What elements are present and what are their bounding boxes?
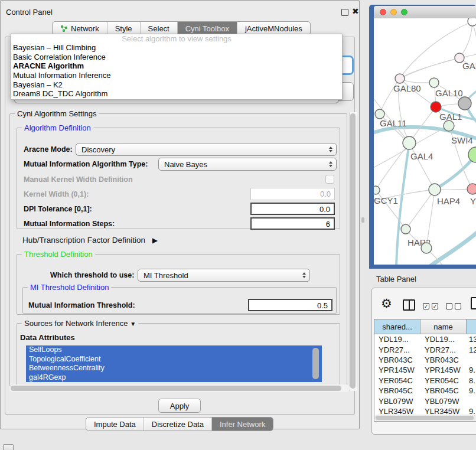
network-node-y[interactable] bbox=[467, 184, 476, 194]
dpi-tolerance-field[interactable]: 0.0 bbox=[250, 203, 335, 215]
page-icon[interactable] bbox=[471, 297, 476, 309]
checked-box-icon[interactable]: ✓ bbox=[423, 303, 429, 309]
table-cell: YBL079W bbox=[420, 397, 467, 406]
apply-button[interactable]: Apply bbox=[158, 399, 201, 413]
table-cell: YBR043C bbox=[374, 356, 420, 364]
table-row[interactable]: YER054CYER054C8. bbox=[374, 376, 476, 386]
network-node[interactable] bbox=[458, 97, 471, 110]
network-node-hap4[interactable] bbox=[429, 184, 441, 195]
tab-impute-data[interactable]: Impute Data bbox=[86, 418, 144, 431]
column-header-shared-name[interactable]: shared... bbox=[374, 319, 420, 334]
tab-label: Discretize Data bbox=[152, 420, 204, 429]
group-legend: Threshold Definition bbox=[22, 250, 95, 259]
table-cell: YPR145W bbox=[374, 366, 420, 374]
node-label: GAL bbox=[462, 61, 476, 71]
manual-kernel-checkbox[interactable] bbox=[325, 175, 334, 184]
tab-jactivemnodules[interactable]: jActiveMNodules bbox=[237, 22, 310, 35]
attribute-item[interactable]: SelfLoops bbox=[26, 345, 322, 355]
table-row[interactable]: YBL079WYBL079W bbox=[374, 396, 476, 406]
combobox-value: MI Threshold bbox=[144, 271, 188, 280]
algorithm-option[interactable]: Dream8 DC_TDC Algorithm bbox=[11, 89, 342, 99]
node-label: GAL10 bbox=[435, 88, 463, 98]
split-pane-handle[interactable] bbox=[361, 217, 364, 223]
mi-steps-label: Mutual Information Steps: bbox=[24, 220, 115, 228]
settings-horizontal-scrollbar-thumb[interactable] bbox=[11, 386, 341, 391]
algorithm-option[interactable]: Mutual Information Inference bbox=[11, 71, 342, 80]
tab-label: Infer Network bbox=[220, 420, 265, 429]
close-icon[interactable]: ✖ bbox=[352, 6, 359, 16]
close-traffic-light[interactable] bbox=[380, 9, 386, 15]
table-horizontal-scrollbar-thumb[interactable] bbox=[376, 416, 474, 420]
algorithm-option[interactable]: Bayesian – Hill Climbing bbox=[11, 43, 342, 53]
attribute-item[interactable]: TopologicalCoefficient bbox=[26, 355, 322, 364]
attribute-item[interactable]: gal4RGexp bbox=[26, 373, 322, 383]
table-row[interactable]: YDL19...YDL19...13 bbox=[374, 334, 476, 344]
table-row[interactable]: YBR043CYBR043C bbox=[374, 355, 476, 365]
network-node-gal80[interactable] bbox=[395, 74, 405, 83]
unchecked-box-icon[interactable] bbox=[455, 303, 461, 309]
table-cell: YER054C bbox=[420, 376, 467, 385]
table-cell: 12 bbox=[467, 345, 476, 354]
network-node-hap2[interactable] bbox=[401, 224, 410, 234]
table-cell: YBR045C bbox=[374, 386, 420, 395]
network-node[interactable] bbox=[421, 243, 432, 253]
hub-section-toggle[interactable]: Hub/Transcription Factor Definition ▶ bbox=[22, 236, 158, 244]
combo-arrows-icon bbox=[302, 269, 306, 281]
checked-box-icon[interactable]: ✓ bbox=[432, 303, 438, 309]
float-window-icon[interactable] bbox=[341, 9, 348, 16]
network-node-gal11[interactable] bbox=[375, 109, 384, 119]
mi-steps-field[interactable]: 6 bbox=[250, 217, 335, 230]
network-canvas[interactable]: GALGAL80GAL10GAL1GAL11SWI4GAL4GCY1HAP4YH… bbox=[374, 18, 476, 265]
node-label: Y bbox=[470, 196, 476, 206]
zoom-traffic-light[interactable] bbox=[401, 9, 407, 15]
tab-discretize-data[interactable]: Discretize Data bbox=[144, 418, 212, 431]
unchecked-box-icon[interactable] bbox=[446, 303, 452, 309]
tab-label: Network bbox=[71, 24, 99, 33]
which-threshold-label: Which threshold to use: bbox=[50, 271, 134, 279]
tab-select[interactable]: Select bbox=[141, 22, 178, 35]
network-window-titlebar[interactable] bbox=[374, 6, 476, 19]
minimized-panel-icon[interactable] bbox=[3, 444, 14, 450]
tab-cyni-toolbox[interactable]: Cyni Toolbox bbox=[178, 22, 237, 35]
dpi-tolerance-label: DPI Tolerance [0,1]: bbox=[24, 205, 92, 213]
network-node[interactable] bbox=[468, 18, 476, 26]
network-node[interactable] bbox=[468, 147, 476, 162]
aracne-mode-combobox[interactable]: Discovery bbox=[76, 143, 337, 156]
node-label: GAL1 bbox=[439, 112, 462, 122]
tab-style[interactable]: Style bbox=[107, 22, 141, 35]
table-row[interactable]: YDR27...YDR27...12 bbox=[374, 344, 476, 354]
table-row[interactable]: YBR045CYBR045C9. bbox=[374, 386, 476, 396]
network-node-swi4[interactable] bbox=[444, 120, 454, 131]
hub-section-label: Hub/Transcription Factor Definition bbox=[22, 236, 145, 244]
network-node-gcy1[interactable] bbox=[374, 186, 380, 194]
kernel-width-field[interactable]: 0.0 bbox=[250, 188, 335, 200]
mi-threshold-field[interactable]: 0.5 bbox=[248, 299, 332, 311]
algorithm-option-list: Bayesian – Hill ClimbingBasic Correlatio… bbox=[11, 43, 342, 99]
split-columns-icon[interactable] bbox=[403, 299, 415, 311]
tab-network[interactable]: Network bbox=[53, 22, 107, 35]
column-header-clipped[interactable] bbox=[467, 319, 476, 334]
control-panel-title: Control Panel bbox=[6, 8, 53, 17]
attribute-item[interactable]: BetweennessCentrality bbox=[26, 364, 322, 373]
table-row[interactable]: YPR145WYPR145W9. bbox=[374, 365, 476, 375]
network-node-gal4[interactable] bbox=[403, 136, 416, 149]
tab-label: Select bbox=[148, 24, 169, 33]
column-header-name[interactable]: name bbox=[420, 319, 467, 334]
algorithm-option[interactable]: Basic Correlation Inference bbox=[11, 53, 342, 62]
sources-section-toggle[interactable]: Sources for Network Inference ▼ bbox=[22, 319, 138, 328]
which-threshold-combobox[interactable]: MI Threshold bbox=[138, 269, 310, 282]
node-label: HAP4 bbox=[437, 196, 460, 206]
table-cell: 8. bbox=[467, 376, 476, 385]
gear-icon[interactable]: ⚙ bbox=[381, 297, 392, 309]
algorithm-option[interactable]: Bayesian – K2 bbox=[11, 80, 342, 90]
expanded-arrow-icon: ▼ bbox=[130, 321, 136, 327]
network-node-gal1[interactable] bbox=[431, 102, 441, 112]
settings-vertical-scrollbar-thumb[interactable] bbox=[350, 113, 356, 389]
attributes-scrollbar-thumb[interactable] bbox=[312, 348, 319, 379]
network-node-gal10[interactable] bbox=[429, 78, 439, 87]
tab-infer-network[interactable]: Infer Network bbox=[212, 418, 273, 431]
mi-algorithm-type-combobox[interactable]: Naive Bayes bbox=[158, 158, 337, 171]
algorithm-option[interactable]: ARACNE Algorithm bbox=[11, 61, 342, 71]
group-legend: Cyni Algorithm Settings bbox=[15, 109, 99, 118]
minimize-traffic-light[interactable] bbox=[390, 9, 397, 15]
